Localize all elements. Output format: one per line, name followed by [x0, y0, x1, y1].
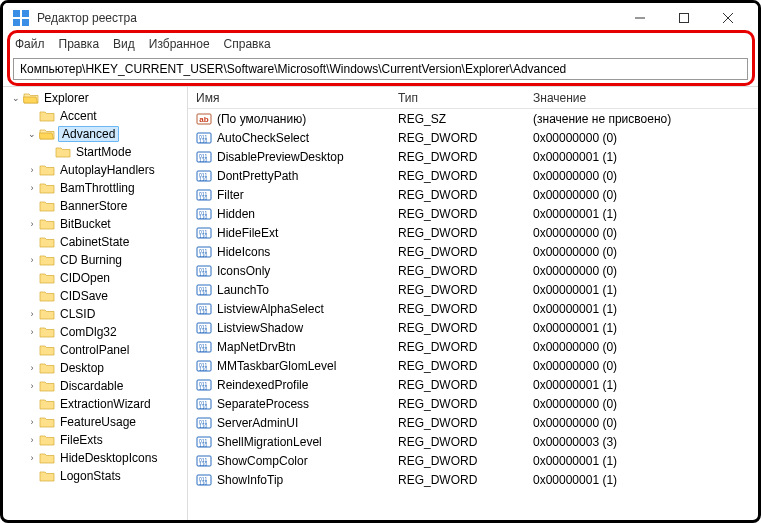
- tree-item[interactable]: ›FileExts: [3, 431, 187, 449]
- list-row[interactable]: 011110DisablePreviewDesktopREG_DWORD0x00…: [188, 147, 758, 166]
- chevron-right-icon[interactable]: ›: [25, 381, 39, 391]
- reg-dword-icon: 011110: [196, 358, 212, 374]
- folder-icon: [39, 379, 55, 393]
- list-row[interactable]: 011110LaunchToREG_DWORD0x00000001 (1): [188, 280, 758, 299]
- chevron-right-icon[interactable]: ›: [25, 363, 39, 373]
- chevron-right-icon[interactable]: ›: [25, 417, 39, 427]
- list-row[interactable]: 011110ShellMigrationLevelREG_DWORD0x0000…: [188, 432, 758, 451]
- reg-dword-icon: 011110: [196, 472, 212, 488]
- svg-rect-1: [22, 10, 29, 17]
- tree-item[interactable]: ⌄Explorer: [3, 89, 187, 107]
- list-row[interactable]: 011110AutoCheckSelectREG_DWORD0x00000000…: [188, 128, 758, 147]
- header-type[interactable]: Тип: [398, 91, 533, 105]
- list-row[interactable]: 011110DontPrettyPathREG_DWORD0x00000000 …: [188, 166, 758, 185]
- tree-item[interactable]: ›CD Burning: [3, 251, 187, 269]
- list-row[interactable]: 011110ShowCompColorREG_DWORD0x00000001 (…: [188, 451, 758, 470]
- tree-pane[interactable]: ⌄ExplorerAccent⌄AdvancedStartMode›Autopl…: [3, 87, 188, 520]
- tree-item[interactable]: ›ComDlg32: [3, 323, 187, 341]
- close-button[interactable]: [706, 3, 750, 33]
- folder-icon: [39, 253, 55, 267]
- tree-item[interactable]: ControlPanel: [3, 341, 187, 359]
- tree-item-label: ComDlg32: [58, 325, 119, 339]
- value-name: ShowCompColor: [217, 454, 308, 468]
- tree-item[interactable]: ›Desktop: [3, 359, 187, 377]
- list-row[interactable]: 011110HideIconsREG_DWORD0x00000000 (0): [188, 242, 758, 261]
- tree-item[interactable]: ›Discardable: [3, 377, 187, 395]
- menu-item[interactable]: Справка: [224, 37, 271, 51]
- tree-item[interactable]: ›CLSID: [3, 305, 187, 323]
- chevron-right-icon[interactable]: ›: [25, 165, 39, 175]
- tree-item-label: BannerStore: [58, 199, 129, 213]
- list-header[interactable]: Имя Тип Значение: [188, 87, 758, 109]
- folder-icon: [39, 289, 55, 303]
- list-row[interactable]: ab(По умолчанию)REG_SZ(значение не присв…: [188, 109, 758, 128]
- title-bar[interactable]: Редактор реестра: [3, 3, 758, 33]
- tree-item[interactable]: ›HideDesktopIcons: [3, 449, 187, 467]
- list-row[interactable]: 011110FilterREG_DWORD0x00000000 (0): [188, 185, 758, 204]
- tree-item[interactable]: Accent: [3, 107, 187, 125]
- chevron-right-icon[interactable]: ›: [25, 327, 39, 337]
- folder-icon: [39, 433, 55, 447]
- folder-icon: [39, 361, 55, 375]
- tree-item[interactable]: ⌄Advanced: [3, 125, 187, 143]
- menu-item[interactable]: Вид: [113, 37, 135, 51]
- chevron-right-icon[interactable]: ›: [25, 453, 39, 463]
- value-name: MapNetDrvBtn: [217, 340, 296, 354]
- header-name[interactable]: Имя: [188, 91, 398, 105]
- tree-item[interactable]: CabinetState: [3, 233, 187, 251]
- chevron-down-icon[interactable]: ⌄: [25, 129, 39, 139]
- list-row[interactable]: 011110IconsOnlyREG_DWORD0x00000000 (0): [188, 261, 758, 280]
- reg-dword-icon: 011110: [196, 377, 212, 393]
- minimize-button[interactable]: [618, 3, 662, 33]
- address-input[interactable]: [13, 58, 748, 80]
- chevron-down-icon[interactable]: ⌄: [9, 93, 23, 103]
- header-value[interactable]: Значение: [533, 91, 758, 105]
- window-controls: [618, 3, 750, 33]
- tree-item[interactable]: ›FeatureUsage: [3, 413, 187, 431]
- tree-item[interactable]: StartMode: [3, 143, 187, 161]
- svg-text:110: 110: [199, 442, 208, 448]
- tree-item-label: BitBucket: [58, 217, 113, 231]
- reg-string-icon: ab: [196, 111, 212, 127]
- list-row[interactable]: 011110ListviewAlphaSelectREG_DWORD0x0000…: [188, 299, 758, 318]
- list-pane[interactable]: Имя Тип Значение ab(По умолчанию)REG_SZ(…: [188, 87, 758, 520]
- tree-item[interactable]: ›AutoplayHandlers: [3, 161, 187, 179]
- tree-item[interactable]: ›BamThrottling: [3, 179, 187, 197]
- list-row[interactable]: 011110MMTaskbarGlomLevelREG_DWORD0x00000…: [188, 356, 758, 375]
- chevron-right-icon[interactable]: ›: [25, 183, 39, 193]
- value-data: (значение не присвоено): [533, 112, 758, 126]
- value-data: 0x00000000 (0): [533, 340, 758, 354]
- list-row[interactable]: 011110ServerAdminUIREG_DWORD0x00000000 (…: [188, 413, 758, 432]
- maximize-button[interactable]: [662, 3, 706, 33]
- chevron-right-icon[interactable]: ›: [25, 309, 39, 319]
- chevron-right-icon[interactable]: ›: [25, 219, 39, 229]
- chevron-right-icon[interactable]: ›: [25, 435, 39, 445]
- menu-item[interactable]: Правка: [59, 37, 100, 51]
- chevron-right-icon[interactable]: ›: [25, 255, 39, 265]
- folder-icon: [39, 415, 55, 429]
- list-row[interactable]: 011110HiddenREG_DWORD0x00000001 (1): [188, 204, 758, 223]
- list-row[interactable]: 011110ReindexedProfileREG_DWORD0x0000000…: [188, 375, 758, 394]
- list-row[interactable]: 011110ListviewShadowREG_DWORD0x00000001 …: [188, 318, 758, 337]
- value-type: REG_DWORD: [398, 226, 533, 240]
- menu-item[interactable]: Избранное: [149, 37, 210, 51]
- list-row[interactable]: 011110SeparateProcessREG_DWORD0x00000000…: [188, 394, 758, 413]
- tree-item[interactable]: CIDOpen: [3, 269, 187, 287]
- value-data: 0x00000000 (0): [533, 264, 758, 278]
- tree-item[interactable]: BannerStore: [3, 197, 187, 215]
- value-name: ReindexedProfile: [217, 378, 308, 392]
- value-data: 0x00000001 (1): [533, 321, 758, 335]
- list-row[interactable]: 011110ShowInfoTipREG_DWORD0x00000001 (1): [188, 470, 758, 489]
- value-data: 0x00000000 (0): [533, 188, 758, 202]
- tree-item[interactable]: LogonStats: [3, 467, 187, 485]
- list-row[interactable]: 011110HideFileExtREG_DWORD0x00000000 (0): [188, 223, 758, 242]
- value-name: DontPrettyPath: [217, 169, 298, 183]
- tree-item[interactable]: CIDSave: [3, 287, 187, 305]
- list-row[interactable]: 011110MapNetDrvBtnREG_DWORD0x00000000 (0…: [188, 337, 758, 356]
- value-name: IconsOnly: [217, 264, 270, 278]
- menu-item[interactable]: Файл: [15, 37, 45, 51]
- svg-text:110: 110: [199, 328, 208, 334]
- tree-item-label: CLSID: [58, 307, 97, 321]
- tree-item[interactable]: ExtractionWizard: [3, 395, 187, 413]
- tree-item[interactable]: ›BitBucket: [3, 215, 187, 233]
